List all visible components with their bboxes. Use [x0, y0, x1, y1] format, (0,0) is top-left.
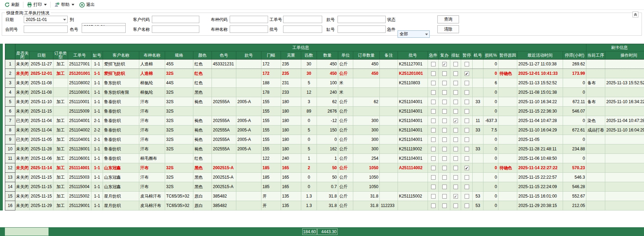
checkbox-urgent[interactable] — [431, 128, 436, 133]
checkbox-urgent[interactable] — [431, 147, 436, 151]
table-row[interactable]: 15未关闭2025-11-15加工2511150021-1星月纺织皮马棉汗布TC… — [5, 192, 644, 201]
checkbox-arrange-vat[interactable] — [453, 128, 458, 133]
search-button[interactable]: 查询 — [437, 15, 459, 23]
help-dropdown-caret[interactable] — [72, 4, 74, 6]
checkbox-rework[interactable] — [442, 194, 447, 199]
checkbox-arrange-vat[interactable] — [453, 109, 458, 114]
table-row[interactable]: 2未关闭2025-12-01加工2512010011-1爱招飞纺织人造棉32S红… — [5, 69, 644, 78]
checkbox-pause[interactable] — [465, 147, 469, 151]
checkbox-pause[interactable] — [465, 156, 469, 161]
checkbox-urgent[interactable] — [431, 90, 436, 95]
table-row[interactable]: 11未关闭2025-11-06加工2511060011-1鲁泰纺织棉毛圈布红色1… — [5, 154, 644, 163]
checkbox-arrange-vat[interactable]: ✓ — [453, 119, 458, 123]
checkbox-urgent[interactable] — [431, 156, 436, 161]
checkbox-arrange-vat[interactable] — [453, 166, 458, 170]
table-row[interactable]: 1未关闭2025-11-27加工2511270011-1爱招飞纺织人造棉45S红… — [5, 59, 644, 69]
checkbox-urgent[interactable] — [431, 119, 436, 123]
checkbox-urgent[interactable] — [431, 81, 436, 85]
checkbox-rework[interactable] — [442, 203, 447, 208]
customer-name-input[interactable] — [152, 26, 199, 33]
checkbox-rework[interactable] — [442, 128, 447, 133]
checkbox-pause[interactable]: ✓ — [465, 166, 469, 170]
help-button[interactable]: ? 帮助 — [52, 1, 77, 8]
table-row[interactable]: 12未关闭2025-11-14加工2511140011-1山东冠鑫汗布32S黑色… — [5, 163, 644, 173]
table-row[interactable]: 3未关闭2025-11-082511080021-1鲁东纺织棉氨纶44S红色18… — [5, 78, 644, 88]
checkbox-rework[interactable] — [442, 175, 447, 180]
clear-button[interactable]: 清除 — [437, 25, 459, 33]
checkbox-urgent[interactable] — [431, 203, 436, 208]
checkbox-arrange-vat[interactable] — [453, 175, 458, 180]
table-row[interactable]: 4未关闭2025-11-082511080011-1鲁东纺织有限棉氨纶32S黑色… — [5, 88, 644, 97]
checkbox-pause[interactable] — [465, 194, 469, 199]
checkbox-rework[interactable] — [442, 156, 447, 161]
checkbox-rework[interactable] — [442, 137, 447, 142]
checkbox-urgent[interactable] — [431, 185, 436, 189]
checkbox-urgent[interactable] — [431, 175, 436, 180]
checkbox-urgent[interactable] — [431, 137, 436, 142]
collapse-panel-button[interactable] — [632, 12, 638, 17]
checkbox-rework[interactable] — [442, 109, 447, 114]
checkbox-arrange-vat[interactable] — [453, 81, 458, 85]
checkbox-pause[interactable] — [465, 185, 469, 189]
checkbox-urgent[interactable] — [431, 71, 436, 76]
table-row[interactable]: 5未关闭2025-11-10加工2511100011-1鲁泰纺织汗布32S褐色2… — [5, 97, 644, 107]
refresh-button[interactable]: 刷新 — [2, 1, 22, 8]
checkbox-pause[interactable] — [465, 175, 469, 180]
checkbox-pause[interactable] — [465, 119, 469, 123]
table-row[interactable]: 14未关闭2025-11-15加工2511150041-1山东冠鑫汗布32S黑色… — [5, 182, 644, 192]
checkbox-arrange-vat[interactable] — [453, 137, 458, 142]
table-row[interactable]: 16未关闭2025-11-29加工2511290011-1星月纺织皮马棉汗布TC… — [5, 201, 644, 210]
table-row[interactable]: 13未关闭2025-11-15加工2511150031-1山东冠鑫汗布32S黑色… — [5, 173, 644, 182]
fabric-name-input[interactable] — [230, 26, 268, 33]
print-dropdown-caret[interactable] — [44, 4, 47, 6]
checkbox-urgent[interactable] — [431, 62, 436, 66]
batch-input[interactable] — [283, 26, 322, 33]
checkbox-rework[interactable] — [442, 71, 447, 76]
checkbox-arrange-vat[interactable] — [453, 100, 458, 104]
style-no-input[interactable] — [338, 16, 386, 23]
checkbox-arrange-vat[interactable] — [453, 147, 458, 151]
table-row[interactable]: 9已关闭2025-11-05加工2511040012-1鲁泰纺织汗布32S褐色2… — [5, 135, 644, 144]
checkbox-pause[interactable] — [465, 203, 469, 208]
checkbox-pause[interactable] — [465, 100, 469, 104]
contract-input[interactable] — [24, 26, 68, 33]
checkbox-arrange-vat[interactable] — [453, 90, 458, 95]
checkbox-pause[interactable] — [465, 109, 469, 114]
table-row[interactable]: 10未关闭2025-11-28加工2511280011-1鲁泰纺织汗布32S褐色… — [5, 144, 644, 154]
checkbox-urgent[interactable] — [431, 100, 436, 104]
customer-code-input[interactable] — [152, 16, 199, 23]
vat-no-input[interactable] — [338, 26, 386, 33]
checkbox-rework[interactable] — [442, 185, 447, 189]
table-row[interactable]: 6未关闭2025-11-152511150091-1鲁泰纺织汗布32S15518… — [5, 107, 644, 116]
checkbox-arrange-vat[interactable]: ✓ — [453, 194, 458, 199]
checkbox-urgent[interactable] — [431, 109, 436, 114]
checkbox-pause[interactable] — [465, 90, 469, 95]
checkbox-pause[interactable] — [465, 137, 469, 142]
checkbox-rework[interactable] — [442, 90, 447, 95]
print-button[interactable]: 打印 — [24, 1, 49, 8]
checkbox-pause[interactable]: ✓ — [465, 71, 469, 76]
color-no-input[interactable] — [82, 26, 126, 33]
checkbox-rework[interactable] — [442, 81, 447, 85]
checkbox-arrange-vat[interactable] — [453, 71, 458, 76]
table-row[interactable]: 7已关闭2025-11-04加工2511040012-1鲁泰纺织汗布32S褐色2… — [5, 116, 644, 126]
status-select[interactable]: 全部 — [398, 30, 430, 38]
fabric-code-input[interactable] — [230, 16, 268, 23]
checkbox-urgent[interactable] — [431, 166, 436, 170]
checkbox-rework[interactable]: ✓ — [442, 62, 447, 66]
checkbox-pause[interactable] — [465, 81, 469, 85]
checkbox-pause[interactable] — [465, 62, 469, 66]
exit-button[interactable]: 退出 — [77, 1, 97, 8]
work-order-input[interactable] — [283, 16, 322, 23]
checkbox-rework[interactable] — [442, 147, 447, 151]
checkbox-arrange-vat[interactable] — [453, 156, 458, 161]
checkbox-rework[interactable] — [442, 166, 447, 170]
table-row[interactable]: 8未关闭2025-11-04加工2511040022-2鲁泰纺织汗布32S褐色2… — [5, 126, 644, 135]
checkbox-rework[interactable] — [442, 100, 447, 104]
checkbox-arrange-vat[interactable] — [453, 62, 458, 66]
checkbox-arrange-vat[interactable] — [453, 185, 458, 189]
checkbox-rework[interactable] — [442, 119, 447, 123]
checkbox-pause[interactable] — [465, 128, 469, 133]
checkbox-arrange-vat[interactable] — [453, 203, 458, 208]
checkbox-urgent[interactable] — [431, 194, 436, 199]
